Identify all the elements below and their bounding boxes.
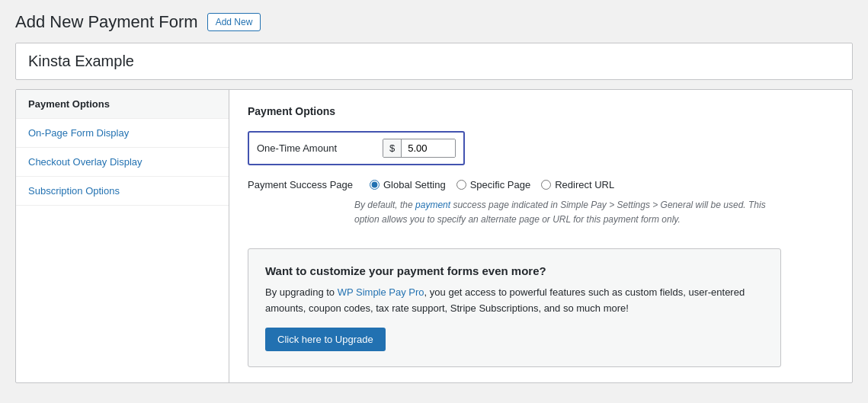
upgrade-text-link: WP Simple Pay Pro (338, 286, 424, 298)
payment-success-label: Payment Success Page (248, 179, 354, 190)
upgrade-box: Want to customize your payment forms eve… (248, 248, 781, 367)
content-area: Payment Options One-Time Amount $ Paymen… (229, 90, 852, 382)
currency-symbol: $ (383, 139, 402, 157)
sidebar-item-on-page-form-display[interactable]: On-Page Form Display (16, 119, 229, 148)
radio-specific-page[interactable]: Specific Page (456, 179, 531, 190)
upgrade-text: By upgrading to WP Simple Pay Pro, you g… (265, 285, 764, 317)
sidebar: Payment Options On-Page Form Display Che… (16, 90, 229, 382)
page-title: Add New Payment Form (15, 12, 198, 32)
payment-success-row: Payment Success Page Global Setting Spec… (248, 179, 834, 190)
sidebar-item-checkout-overlay-display[interactable]: Checkout Overlay Display (16, 148, 229, 177)
form-title-bar (15, 43, 853, 80)
section-title: Payment Options (248, 105, 834, 117)
radio-redirect-url[interactable]: Redirect URL (541, 179, 614, 190)
help-text: By default, the payment success page ind… (354, 198, 781, 227)
form-title-input[interactable] (28, 53, 840, 70)
amount-field: $ (383, 139, 456, 158)
sidebar-item-payment-options[interactable]: Payment Options (16, 90, 229, 119)
radio-global-setting[interactable]: Global Setting (370, 179, 446, 190)
upgrade-title: Want to customize your payment forms eve… (265, 264, 764, 277)
one-time-amount-box: One-Time Amount $ (248, 131, 465, 165)
add-new-button[interactable]: Add New (207, 13, 261, 31)
help-text-payment-link: payment (415, 200, 450, 210)
radio-group: Global Setting Specific Page Redirect UR… (370, 179, 614, 190)
upgrade-button[interactable]: Click here to Upgrade (265, 328, 386, 351)
amount-input[interactable] (402, 139, 455, 157)
sidebar-item-subscription-options[interactable]: Subscription Options (16, 177, 229, 206)
one-time-amount-label: One-Time Amount (257, 142, 337, 154)
main-area: Payment Options On-Page Form Display Che… (15, 89, 853, 383)
